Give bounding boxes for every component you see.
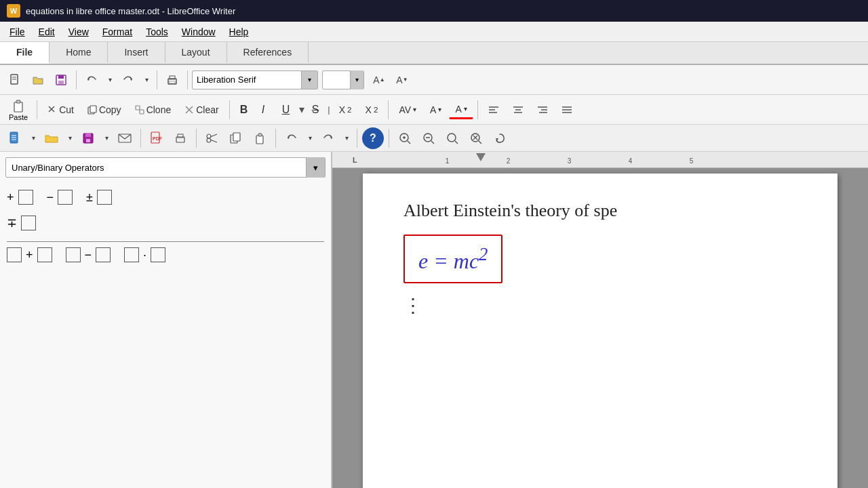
ruler-mark-5: 5 xyxy=(690,157,694,165)
toolbar-separator-1 xyxy=(76,70,77,89)
symbols-grid: + − ± ∓ + xyxy=(0,183,331,488)
text-highlight-button[interactable]: A▾ xyxy=(424,101,448,119)
tab-home[interactable]: Home xyxy=(50,42,108,64)
open-file-button[interactable] xyxy=(27,69,49,91)
tb3-print2-button[interactable] xyxy=(170,127,191,149)
tb3-help-button[interactable]: ? xyxy=(362,127,384,149)
ruler-mark-2: 2 xyxy=(507,157,511,165)
symbol-plusminus-unary[interactable]: ± xyxy=(86,190,112,205)
tb3-paste2-button[interactable] xyxy=(249,127,271,149)
tab-file[interactable]: File xyxy=(0,42,50,64)
symbol-minus-unary[interactable]: − xyxy=(47,190,73,205)
app-icon: W xyxy=(7,4,20,18)
cut-button[interactable]: Cut xyxy=(41,101,80,119)
strikethrough-button[interactable]: S xyxy=(306,100,326,119)
font-color-button[interactable]: A▾ xyxy=(449,100,473,119)
tb3-undo2-arrow-button[interactable]: ▾ xyxy=(304,127,315,149)
redo-button[interactable] xyxy=(117,69,139,91)
svg-rect-38 xyxy=(85,134,91,137)
operators-dropdown-label: Unary/Binary Operators xyxy=(6,163,306,173)
undo-arrow-button[interactable]: ▾ xyxy=(104,69,116,91)
redo-arrow-button[interactable]: ▾ xyxy=(140,69,153,91)
tb3-redo2-arrow-button[interactable]: ▾ xyxy=(341,127,352,149)
undo-button[interactable] xyxy=(81,69,102,91)
clone-button[interactable]: Clone xyxy=(129,101,178,119)
tb3-save-floppy-button[interactable] xyxy=(77,127,99,149)
menu-window[interactable]: Window xyxy=(175,24,222,40)
tb3-folder-button[interactable] xyxy=(41,127,62,149)
toolbar-row1: ▾ ▾ Liberation Serif ▾ ▾ A▲ A▼ xyxy=(0,65,868,95)
tb3-zoom-100-button[interactable] xyxy=(441,127,463,149)
tb3-email-button[interactable] xyxy=(114,127,136,149)
print-button[interactable] xyxy=(161,69,183,91)
svg-line-61 xyxy=(431,141,434,144)
underline-button[interactable]: U xyxy=(276,100,298,119)
font-name-input[interactable]: Liberation Serif xyxy=(193,75,301,85)
font-name-dropdown-arrow[interactable]: ▾ xyxy=(301,70,317,89)
subscript-button[interactable]: X2 xyxy=(333,101,358,119)
character-spacing-button[interactable]: AV▾ xyxy=(393,101,422,119)
tb3-zoom-page-button[interactable] xyxy=(465,127,487,149)
tb3-folder-arrow-button[interactable]: ▾ xyxy=(64,127,75,149)
tb3-doc-arrow-button[interactable]: ▾ xyxy=(28,127,39,149)
tab-references[interactable]: References xyxy=(227,42,309,64)
menu-help[interactable]: Help xyxy=(222,24,256,40)
align-right-button[interactable] xyxy=(531,101,554,119)
menu-view[interactable]: View xyxy=(62,24,96,40)
align-left-button[interactable] xyxy=(482,101,505,119)
tb3-doc-button[interactable] xyxy=(4,127,26,149)
superscript-button[interactable]: X2 xyxy=(359,101,384,119)
equation-box[interactable]: e = mc2 xyxy=(403,235,502,283)
justify-button[interactable] xyxy=(555,101,578,119)
operators-dropdown-arrow[interactable]: ▾ xyxy=(306,157,325,178)
tb3-copy2-button[interactable] xyxy=(225,127,247,149)
tab-layout[interactable]: Layout xyxy=(165,42,227,64)
svg-rect-52 xyxy=(258,134,262,136)
tb3-undo2-button[interactable] xyxy=(281,127,302,149)
tb3-scissors-button[interactable] xyxy=(201,127,223,149)
symbol-minusplus-unary[interactable]: ∓ xyxy=(7,216,36,230)
svg-rect-51 xyxy=(256,136,263,144)
align-center-button[interactable] xyxy=(507,101,530,119)
shrink-font-button[interactable]: A▼ xyxy=(391,69,413,91)
ruler-indicator[interactable] xyxy=(476,153,486,161)
italic-button[interactable]: I xyxy=(256,100,275,119)
copy-label: Copy xyxy=(99,104,121,115)
tb3-pdf-button[interactable]: PDF xyxy=(146,127,167,149)
tb3-refresh-button[interactable] xyxy=(489,127,511,149)
symbol-dot-binary[interactable]: · xyxy=(124,247,165,262)
titlebar: W equations in libre office master.odt -… xyxy=(0,0,868,22)
save-button[interactable] xyxy=(50,69,72,91)
symbol-plus-binary[interactable]: + xyxy=(7,247,52,262)
bold-button[interactable]: B xyxy=(234,100,254,119)
menu-format[interactable]: Format xyxy=(96,24,139,40)
toolbar-separator-p xyxy=(37,100,37,119)
new-document-button[interactable] xyxy=(4,69,26,91)
tb3-save-arrow-button[interactable]: ▾ xyxy=(101,127,112,149)
tb3-zoom-in-button[interactable] xyxy=(394,127,416,149)
symbol-row-1: + − ± xyxy=(7,190,324,205)
ruler-L: L xyxy=(353,156,357,164)
toolbar3-separator-4 xyxy=(357,129,357,148)
grow-font-button[interactable]: A▲ xyxy=(368,69,390,91)
font-size-input[interactable] xyxy=(323,75,350,85)
tb3-redo2-button[interactable] xyxy=(317,127,339,149)
font-size-selector[interactable]: ▾ xyxy=(322,70,364,89)
menu-file[interactable]: File xyxy=(3,24,32,40)
font-size-dropdown-arrow[interactable]: ▾ xyxy=(350,70,363,89)
symbol-plus-unary[interactable]: + xyxy=(7,190,33,205)
toolbar-row2: Paste Cut Copy Clone Clear B I U ▾ S | X… xyxy=(0,95,868,125)
dots-text: ⋮ xyxy=(403,295,424,316)
operators-dropdown[interactable]: Unary/Binary Operators ▾ xyxy=(5,157,326,178)
ruler-mark-1: 1 xyxy=(446,157,450,165)
main-area: Unary/Binary Operators ▾ + − ± ∓ xyxy=(0,152,868,488)
clear-button[interactable]: Clear xyxy=(178,101,224,119)
menu-edit[interactable]: Edit xyxy=(32,24,62,40)
paste-button[interactable]: Paste xyxy=(4,96,33,123)
symbol-minus-binary[interactable]: − xyxy=(66,247,111,262)
tab-insert[interactable]: Insert xyxy=(108,42,165,64)
copy-button[interactable]: Copy xyxy=(81,101,127,119)
font-name-selector[interactable]: Liberation Serif ▾ xyxy=(192,70,318,89)
tb3-zoom-out-button[interactable] xyxy=(418,127,439,149)
menu-tools[interactable]: Tools xyxy=(139,24,175,40)
